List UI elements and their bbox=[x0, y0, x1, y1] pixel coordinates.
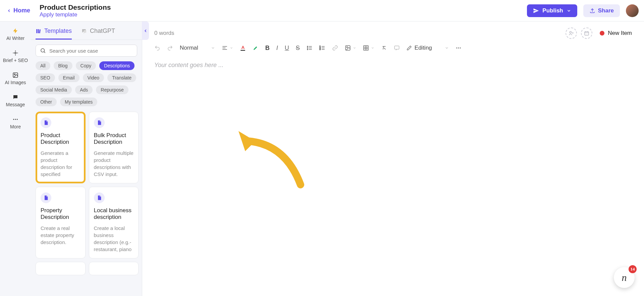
search-input[interactable] bbox=[49, 48, 133, 54]
search-wrap bbox=[31, 40, 142, 61]
calendar-icon bbox=[584, 31, 589, 36]
apply-template-link[interactable]: Apply template bbox=[40, 11, 111, 18]
filter-ads[interactable]: Ads bbox=[75, 85, 93, 94]
chevron-down-icon bbox=[371, 46, 374, 50]
template-card-property-description[interactable]: Property Description Create a real estat… bbox=[36, 187, 86, 258]
svg-rect-42 bbox=[394, 46, 399, 49]
svg-rect-15 bbox=[585, 32, 589, 35]
home-link[interactable]: Home bbox=[5, 5, 32, 16]
undo-button[interactable] bbox=[154, 45, 160, 51]
filter-copy[interactable]: Copy bbox=[76, 61, 96, 70]
rail-ai-writer[interactable]: AI Writer bbox=[6, 27, 24, 41]
share-label: Share bbox=[598, 7, 614, 14]
add-collaborator-button[interactable] bbox=[566, 27, 577, 39]
document-icon bbox=[41, 117, 51, 128]
template-cards-scroll[interactable]: Product Description Generates a product … bbox=[31, 111, 142, 296]
svg-text:3: 3 bbox=[320, 48, 321, 50]
editor-body[interactable]: Your content goes here ... bbox=[142, 55, 644, 296]
svg-rect-9 bbox=[39, 29, 41, 33]
publish-button[interactable]: Publish bbox=[527, 4, 577, 17]
highlight-button[interactable] bbox=[253, 45, 259, 51]
template-card-desc: Generate multiple product descriptions w… bbox=[94, 150, 134, 178]
document-icon bbox=[94, 117, 105, 128]
template-card-product-description[interactable]: Product Description Generates a product … bbox=[36, 112, 86, 183]
underline-button[interactable]: U bbox=[285, 45, 289, 52]
template-card-placeholder[interactable] bbox=[89, 262, 139, 275]
notifications-badge: 14 bbox=[629, 265, 637, 273]
align-button[interactable] bbox=[222, 45, 233, 51]
template-cards-grid: Product Description Generates a product … bbox=[36, 112, 139, 275]
user-avatar[interactable] bbox=[626, 4, 639, 17]
chevron-left-icon bbox=[143, 28, 148, 33]
numbered-list-button[interactable]: 123 bbox=[319, 45, 325, 51]
strikethrough-button[interactable]: S bbox=[296, 45, 300, 52]
bullet-list-button[interactable] bbox=[307, 45, 313, 51]
rail-brief-seo[interactable]: Brief + SEO bbox=[3, 50, 28, 63]
svg-point-44 bbox=[458, 48, 459, 49]
filter-video[interactable]: Video bbox=[83, 73, 104, 82]
filter-descriptions[interactable]: Descriptions bbox=[99, 61, 135, 70]
link-button[interactable] bbox=[332, 45, 338, 51]
share-button[interactable]: Share bbox=[583, 4, 620, 17]
template-card-placeholder[interactable] bbox=[36, 262, 86, 275]
svg-line-11 bbox=[44, 52, 45, 53]
filter-pills: All Blog Copy Descriptions SEO Email Vid… bbox=[31, 61, 142, 111]
document-icon bbox=[41, 192, 51, 203]
svg-point-12 bbox=[570, 32, 572, 33]
editor-placeholder: Your content goes here ... bbox=[154, 62, 223, 68]
image-button[interactable] bbox=[345, 45, 356, 51]
collapse-panel-button[interactable] bbox=[142, 21, 149, 40]
rail-label: AI Writer bbox=[6, 36, 24, 41]
status-dot bbox=[600, 31, 604, 36]
tab-label: Templates bbox=[44, 27, 72, 35]
comment-button[interactable] bbox=[394, 45, 400, 51]
editing-mode-select[interactable]: Editing bbox=[407, 45, 449, 51]
redo-button[interactable] bbox=[167, 45, 173, 51]
search-icon bbox=[40, 48, 46, 54]
italic-button[interactable]: I bbox=[276, 45, 278, 52]
template-card-title: Bulk Product Description bbox=[94, 132, 134, 145]
editing-mode-label: Editing bbox=[415, 45, 432, 51]
align-left-icon bbox=[222, 45, 228, 51]
status-pill[interactable]: New Item bbox=[600, 30, 632, 37]
editor-toolbar: Normal A B I U S 123 Editing bbox=[142, 41, 644, 55]
more-button[interactable] bbox=[455, 45, 462, 51]
template-card-desc: Generates a product description for spec… bbox=[41, 150, 80, 178]
filter-all[interactable]: All bbox=[36, 61, 50, 70]
filter-seo[interactable]: SEO bbox=[36, 73, 55, 82]
filter-my-templates[interactable]: My templates bbox=[60, 98, 97, 106]
bold-button[interactable]: B bbox=[265, 45, 270, 52]
filter-translate[interactable]: Translate bbox=[107, 73, 136, 82]
user-plus-icon bbox=[569, 31, 574, 36]
filter-social-media[interactable]: Social Media bbox=[36, 85, 72, 94]
template-card-bulk-product-description[interactable]: Bulk Product Description Generate multip… bbox=[89, 112, 139, 183]
rail-more[interactable]: More bbox=[10, 116, 21, 129]
home-label: Home bbox=[13, 7, 30, 14]
template-card-local-business-description[interactable]: Local business description Create a loca… bbox=[89, 187, 139, 258]
rail-label: Brief + SEO bbox=[3, 58, 28, 63]
tab-templates[interactable]: Templates bbox=[36, 27, 72, 40]
filter-repurpose[interactable]: Repurpose bbox=[96, 85, 128, 94]
document-icon bbox=[94, 192, 105, 203]
link-icon bbox=[332, 45, 338, 51]
rail-message[interactable]: Message bbox=[6, 94, 25, 107]
bullet-list-icon bbox=[307, 45, 313, 51]
format-select[interactable]: Normal bbox=[180, 45, 215, 51]
chevron-down-icon bbox=[445, 46, 449, 50]
text-color-icon: A bbox=[240, 44, 246, 52]
schedule-button[interactable] bbox=[581, 27, 592, 39]
svg-point-6 bbox=[17, 119, 18, 120]
filter-blog[interactable]: Blog bbox=[54, 61, 72, 70]
tab-chatgpt[interactable]: ChatGPT bbox=[81, 27, 115, 40]
text-color-button[interactable]: A bbox=[240, 44, 246, 52]
table-button[interactable] bbox=[363, 45, 374, 51]
notifications-fab[interactable]: n 14 bbox=[614, 267, 635, 288]
search-box[interactable] bbox=[36, 45, 137, 57]
template-card-title: Property Description bbox=[41, 207, 80, 221]
clear-format-button[interactable] bbox=[381, 45, 387, 51]
filter-other[interactable]: Other bbox=[36, 98, 57, 106]
filter-email[interactable]: Email bbox=[58, 73, 79, 82]
clear-format-icon bbox=[381, 45, 387, 51]
template-card-title: Local business description bbox=[94, 207, 134, 221]
rail-ai-images[interactable]: AI Images bbox=[5, 72, 26, 85]
